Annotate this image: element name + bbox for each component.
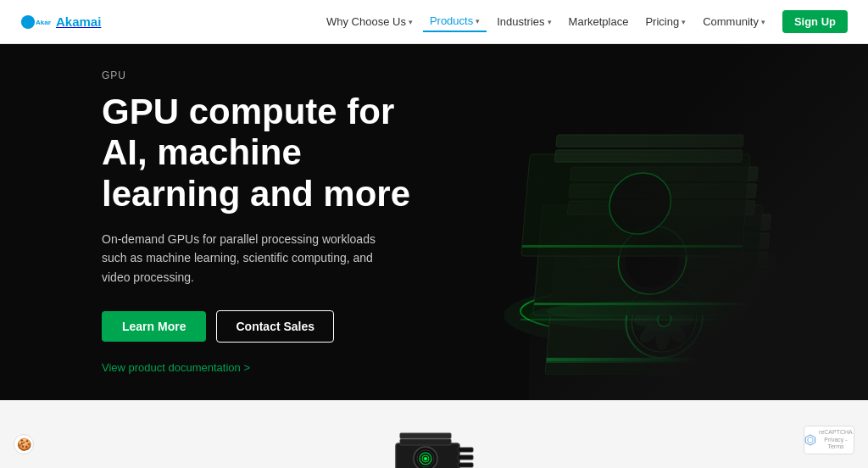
brand-name: Akamai (56, 14, 101, 29)
nav-item-products[interactable]: Products ▾ (423, 11, 487, 32)
gpu-icon-below (392, 422, 476, 468)
hero-title: GPU compute for AI, machine learning and… (102, 92, 441, 214)
hero-tag: GPU (102, 70, 441, 81)
hero-buttons: Learn More Contact Sales (102, 310, 441, 343)
below-hero-section (0, 400, 868, 468)
brand-logo[interactable]: Akamai Akamai (20, 14, 101, 31)
nav-item-community[interactable]: Community ▾ (696, 12, 772, 31)
hero-section: GPU GPU compute for AI, machine learning… (0, 44, 868, 400)
svg-point-0 (21, 14, 35, 28)
svg-rect-57 (458, 448, 473, 452)
nav-item-pricing[interactable]: Pricing ▾ (638, 12, 693, 31)
nav-item-signup[interactable]: Sign Up (776, 10, 848, 33)
cookie-badge[interactable]: 🍪 (14, 434, 34, 454)
svg-rect-58 (458, 455, 473, 460)
svg-text:Akamai: Akamai (36, 18, 51, 25)
hero-description: On-demand GPUs for parallel processing w… (102, 230, 390, 287)
main-nav: Akamai Akamai Why Choose Us ▾ Products ▾… (0, 0, 868, 44)
svg-rect-50 (400, 433, 451, 438)
chevron-down-icon: ▾ (548, 18, 552, 26)
chevron-down-icon: ▾ (761, 18, 765, 26)
recaptcha-badge[interactable]: reCAPTCHA Privacy - Terms (804, 426, 854, 454)
recaptcha-text: reCAPTCHA Privacy - Terms (818, 429, 854, 450)
learn-more-button[interactable]: Learn More (102, 311, 206, 342)
recaptcha-content: reCAPTCHA Privacy - Terms (804, 429, 854, 450)
chevron-down-icon: ▾ (682, 18, 686, 26)
nav-item-why-choose-us[interactable]: Why Choose Us ▾ (320, 12, 420, 31)
gpu-small-icon (392, 422, 476, 468)
cookie-icon: 🍪 (17, 437, 31, 451)
recaptcha-logo-icon (804, 433, 816, 447)
nav-item-marketplace[interactable]: Marketplace (562, 12, 636, 31)
svg-rect-49 (400, 439, 451, 445)
nav-item-industries[interactable]: Industries ▾ (490, 12, 558, 31)
product-docs-link[interactable]: View product documentation > (102, 361, 250, 374)
hero-content: GPU GPU compute for AI, machine learning… (0, 70, 441, 375)
nav-links: Why Choose Us ▾ Products ▾ Industries ▾ … (320, 10, 848, 33)
svg-rect-59 (458, 463, 473, 467)
contact-sales-button[interactable]: Contact Sales (216, 310, 334, 343)
chevron-down-icon: ▾ (409, 18, 413, 26)
svg-point-56 (424, 457, 427, 460)
chevron-down-icon: ▾ (476, 17, 480, 25)
hero-overlay (529, 44, 868, 400)
